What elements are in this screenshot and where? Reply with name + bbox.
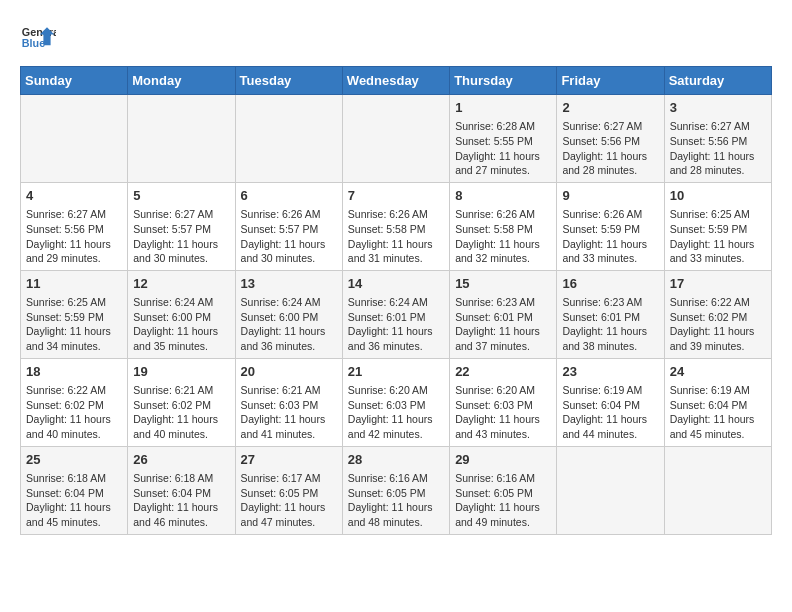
- day-info: Sunset: 5:58 PM: [348, 222, 444, 237]
- calendar-body: 1Sunrise: 6:28 AMSunset: 5:55 PMDaylight…: [21, 95, 772, 535]
- calendar-cell: 7Sunrise: 6:26 AMSunset: 5:58 PMDaylight…: [342, 182, 449, 270]
- day-info: Sunset: 5:56 PM: [26, 222, 122, 237]
- day-number: 23: [562, 363, 658, 381]
- calendar-week-row: 18Sunrise: 6:22 AMSunset: 6:02 PMDayligh…: [21, 358, 772, 446]
- day-number: 19: [133, 363, 229, 381]
- calendar-cell: 19Sunrise: 6:21 AMSunset: 6:02 PMDayligh…: [128, 358, 235, 446]
- calendar-cell: 22Sunrise: 6:20 AMSunset: 6:03 PMDayligh…: [450, 358, 557, 446]
- day-number: 29: [455, 451, 551, 469]
- calendar-cell: 1Sunrise: 6:28 AMSunset: 5:55 PMDaylight…: [450, 95, 557, 183]
- day-info: Sunset: 5:56 PM: [670, 134, 766, 149]
- day-number: 6: [241, 187, 337, 205]
- day-number: 4: [26, 187, 122, 205]
- day-info: Daylight: 11 hours and 27 minutes.: [455, 149, 551, 178]
- day-number: 7: [348, 187, 444, 205]
- calendar-cell: 21Sunrise: 6:20 AMSunset: 6:03 PMDayligh…: [342, 358, 449, 446]
- calendar-cell: 29Sunrise: 6:16 AMSunset: 6:05 PMDayligh…: [450, 446, 557, 534]
- calendar-cell: [664, 446, 771, 534]
- day-info: Daylight: 11 hours and 40 minutes.: [26, 412, 122, 441]
- day-info: Daylight: 11 hours and 32 minutes.: [455, 237, 551, 266]
- day-info: Sunset: 6:02 PM: [26, 398, 122, 413]
- day-info: Daylight: 11 hours and 35 minutes.: [133, 324, 229, 353]
- weekday-header-monday: Monday: [128, 67, 235, 95]
- day-info: Daylight: 11 hours and 48 minutes.: [348, 500, 444, 529]
- day-info: Daylight: 11 hours and 47 minutes.: [241, 500, 337, 529]
- calendar-week-row: 25Sunrise: 6:18 AMSunset: 6:04 PMDayligh…: [21, 446, 772, 534]
- day-info: Daylight: 11 hours and 33 minutes.: [670, 237, 766, 266]
- day-info: Sunrise: 6:26 AM: [455, 207, 551, 222]
- calendar-week-row: 4Sunrise: 6:27 AMSunset: 5:56 PMDaylight…: [21, 182, 772, 270]
- day-info: Sunset: 5:57 PM: [133, 222, 229, 237]
- day-info: Daylight: 11 hours and 43 minutes.: [455, 412, 551, 441]
- day-info: Daylight: 11 hours and 49 minutes.: [455, 500, 551, 529]
- svg-text:Blue: Blue: [22, 37, 45, 49]
- day-number: 14: [348, 275, 444, 293]
- calendar-cell: 26Sunrise: 6:18 AMSunset: 6:04 PMDayligh…: [128, 446, 235, 534]
- day-info: Daylight: 11 hours and 45 minutes.: [670, 412, 766, 441]
- day-info: Sunset: 5:59 PM: [562, 222, 658, 237]
- day-number: 26: [133, 451, 229, 469]
- day-info: Sunset: 6:02 PM: [133, 398, 229, 413]
- day-number: 15: [455, 275, 551, 293]
- calendar-week-row: 11Sunrise: 6:25 AMSunset: 5:59 PMDayligh…: [21, 270, 772, 358]
- day-info: Daylight: 11 hours and 28 minutes.: [670, 149, 766, 178]
- weekday-header-thursday: Thursday: [450, 67, 557, 95]
- calendar-cell: 14Sunrise: 6:24 AMSunset: 6:01 PMDayligh…: [342, 270, 449, 358]
- day-info: Sunrise: 6:21 AM: [241, 383, 337, 398]
- day-info: Sunset: 6:05 PM: [241, 486, 337, 501]
- calendar-cell: [128, 95, 235, 183]
- calendar-cell: 6Sunrise: 6:26 AMSunset: 5:57 PMDaylight…: [235, 182, 342, 270]
- calendar-cell: 25Sunrise: 6:18 AMSunset: 6:04 PMDayligh…: [21, 446, 128, 534]
- day-number: 16: [562, 275, 658, 293]
- calendar-cell: 15Sunrise: 6:23 AMSunset: 6:01 PMDayligh…: [450, 270, 557, 358]
- day-info: Sunrise: 6:19 AM: [670, 383, 766, 398]
- day-info: Sunset: 6:00 PM: [133, 310, 229, 325]
- day-number: 2: [562, 99, 658, 117]
- day-info: Sunset: 6:04 PM: [670, 398, 766, 413]
- day-info: Daylight: 11 hours and 34 minutes.: [26, 324, 122, 353]
- day-info: Sunset: 6:03 PM: [455, 398, 551, 413]
- day-number: 1: [455, 99, 551, 117]
- day-info: Sunrise: 6:18 AM: [26, 471, 122, 486]
- day-info: Daylight: 11 hours and 42 minutes.: [348, 412, 444, 441]
- calendar-table: SundayMondayTuesdayWednesdayThursdayFrid…: [20, 66, 772, 535]
- day-info: Daylight: 11 hours and 38 minutes.: [562, 324, 658, 353]
- day-number: 9: [562, 187, 658, 205]
- day-info: Sunrise: 6:22 AM: [26, 383, 122, 398]
- day-info: Sunrise: 6:22 AM: [670, 295, 766, 310]
- day-info: Sunrise: 6:27 AM: [670, 119, 766, 134]
- day-info: Sunrise: 6:28 AM: [455, 119, 551, 134]
- day-info: Daylight: 11 hours and 33 minutes.: [562, 237, 658, 266]
- day-info: Daylight: 11 hours and 44 minutes.: [562, 412, 658, 441]
- calendar-cell: 8Sunrise: 6:26 AMSunset: 5:58 PMDaylight…: [450, 182, 557, 270]
- day-info: Daylight: 11 hours and 37 minutes.: [455, 324, 551, 353]
- day-info: Sunset: 6:05 PM: [348, 486, 444, 501]
- day-info: Sunset: 6:04 PM: [26, 486, 122, 501]
- day-info: Sunset: 5:56 PM: [562, 134, 658, 149]
- day-number: 5: [133, 187, 229, 205]
- weekday-header-friday: Friday: [557, 67, 664, 95]
- day-number: 20: [241, 363, 337, 381]
- calendar-cell: 12Sunrise: 6:24 AMSunset: 6:00 PMDayligh…: [128, 270, 235, 358]
- day-info: Daylight: 11 hours and 36 minutes.: [241, 324, 337, 353]
- day-info: Sunset: 6:03 PM: [348, 398, 444, 413]
- day-info: Sunrise: 6:19 AM: [562, 383, 658, 398]
- day-info: Sunset: 6:01 PM: [455, 310, 551, 325]
- calendar-cell: 5Sunrise: 6:27 AMSunset: 5:57 PMDaylight…: [128, 182, 235, 270]
- weekday-header-row: SundayMondayTuesdayWednesdayThursdayFrid…: [21, 67, 772, 95]
- day-info: Sunset: 6:03 PM: [241, 398, 337, 413]
- day-info: Sunrise: 6:16 AM: [348, 471, 444, 486]
- calendar-cell: 11Sunrise: 6:25 AMSunset: 5:59 PMDayligh…: [21, 270, 128, 358]
- day-number: 28: [348, 451, 444, 469]
- calendar-cell: 17Sunrise: 6:22 AMSunset: 6:02 PMDayligh…: [664, 270, 771, 358]
- day-info: Sunrise: 6:26 AM: [562, 207, 658, 222]
- day-info: Daylight: 11 hours and 31 minutes.: [348, 237, 444, 266]
- logo-icon: General Blue: [20, 20, 56, 56]
- day-info: Sunrise: 6:24 AM: [241, 295, 337, 310]
- calendar-cell: 23Sunrise: 6:19 AMSunset: 6:04 PMDayligh…: [557, 358, 664, 446]
- day-info: Daylight: 11 hours and 28 minutes.: [562, 149, 658, 178]
- day-info: Sunrise: 6:25 AM: [670, 207, 766, 222]
- day-info: Sunrise: 6:18 AM: [133, 471, 229, 486]
- day-info: Sunrise: 6:23 AM: [455, 295, 551, 310]
- calendar-cell: 18Sunrise: 6:22 AMSunset: 6:02 PMDayligh…: [21, 358, 128, 446]
